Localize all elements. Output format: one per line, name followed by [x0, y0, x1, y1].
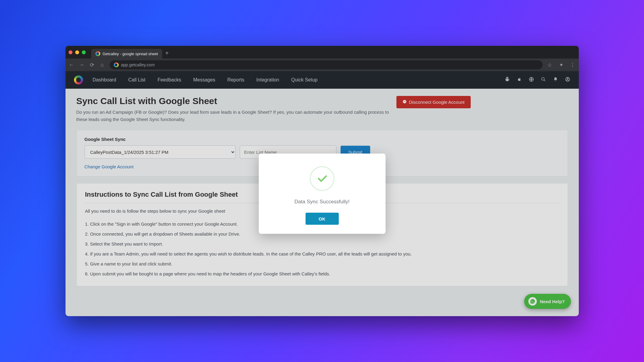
url-field[interactable]: app.getcalley.com — [110, 60, 543, 69]
success-check-icon — [310, 166, 335, 191]
tab-favicon-icon — [95, 51, 100, 56]
site-favicon-icon — [114, 62, 119, 67]
bookmark-star-icon[interactable]: ☆ — [547, 62, 553, 68]
success-modal: Data Sync Successfully! OK — [259, 154, 386, 234]
app-viewport: Dashboard Call List Feedbacks Messages R… — [66, 71, 579, 316]
modal-ok-button[interactable]: OK — [306, 213, 339, 225]
browser-menu-icon[interactable]: ⋮ — [570, 62, 576, 68]
tab-title: Getcalley - google spread sheet — [103, 52, 158, 56]
browser-window: Getcalley - google spread sheet + ← → ⟳ … — [66, 46, 579, 316]
browser-tab-bar: Getcalley - google spread sheet + — [66, 46, 579, 59]
extensions-icon[interactable]: ✦ — [558, 62, 564, 68]
browser-address-bar: ← → ⟳ ⌂ app.getcalley.com ☆ ✦ ⋮ — [66, 59, 579, 71]
home-button[interactable]: ⌂ — [99, 62, 105, 68]
minimize-window-button[interactable] — [75, 50, 79, 54]
modal-message: Data Sync Successfully! — [268, 199, 376, 205]
close-window-button[interactable] — [69, 50, 72, 54]
browser-tab[interactable]: Getcalley - google spread sheet — [91, 49, 162, 59]
reload-button[interactable]: ⟳ — [89, 62, 95, 68]
new-tab-button[interactable]: + — [165, 50, 169, 57]
modal-overlay[interactable]: Data Sync Successfully! OK — [66, 71, 579, 316]
url-text: app.getcalley.com — [121, 62, 155, 67]
forward-button[interactable]: → — [79, 62, 85, 68]
maximize-window-button[interactable] — [82, 50, 86, 54]
back-button[interactable]: ← — [69, 62, 75, 68]
window-controls — [69, 50, 86, 54]
